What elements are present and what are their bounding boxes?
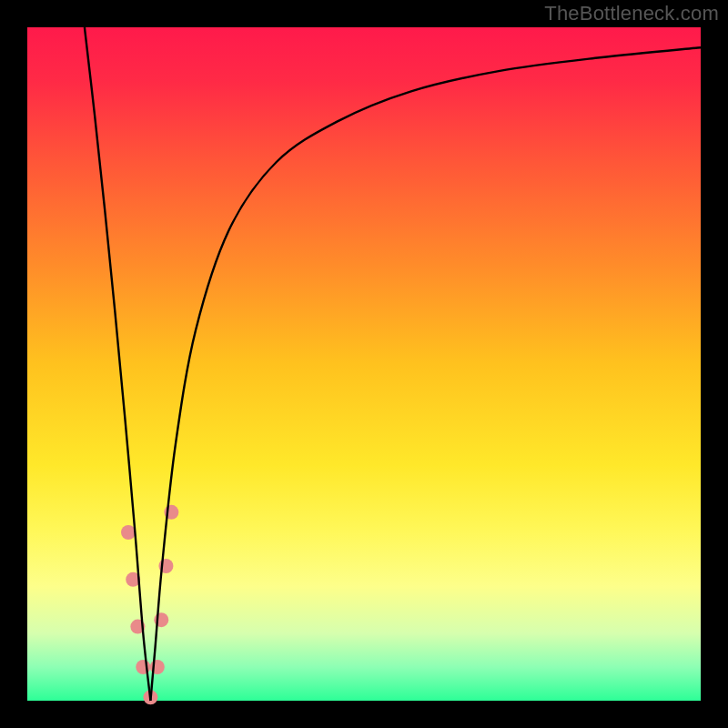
bottleneck-chart (0, 0, 728, 728)
chart-container: TheBottleneck.com (0, 0, 728, 728)
watermark-text: TheBottleneck.com (544, 2, 719, 25)
marker-dot (121, 525, 136, 540)
plot-background (27, 27, 701, 701)
